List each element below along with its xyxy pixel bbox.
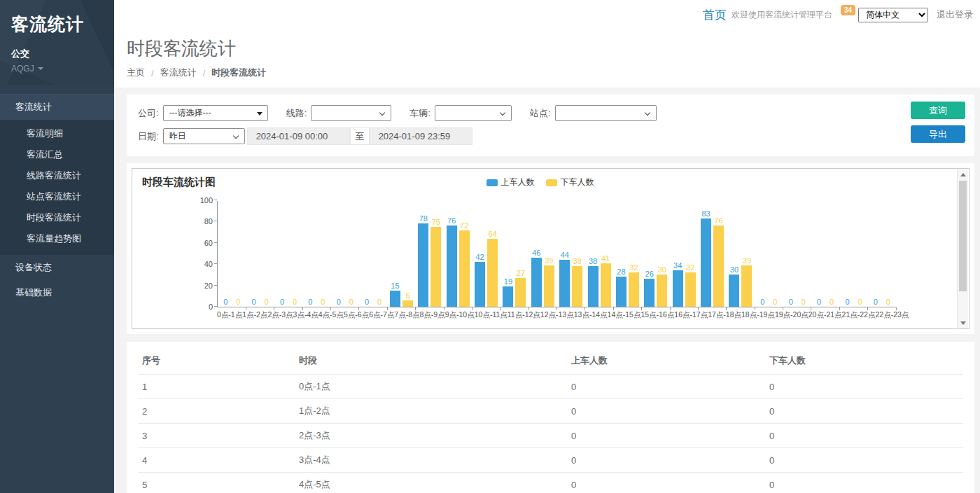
notification-badge[interactable]: 34 xyxy=(841,5,855,15)
page-heading: 时段客流统计 主页/客流统计/时段客流统计 xyxy=(114,29,980,88)
y-axis-label: 80 xyxy=(189,217,213,225)
bar-value-label: 38 xyxy=(573,257,582,265)
bar xyxy=(616,277,626,307)
table-column-header: 时段 xyxy=(295,347,567,375)
table-cell: 1点-2点 xyxy=(295,399,567,424)
table-cell: 0 xyxy=(567,473,765,493)
date-preset-select[interactable]: 昨日 xyxy=(163,128,245,144)
bar-value-label: 32 xyxy=(686,263,694,272)
bar-column: 0 xyxy=(842,201,853,307)
x-axis-label: 7点-8点 xyxy=(394,310,419,320)
bar-value-label: 39 xyxy=(743,256,751,265)
y-axis-tick xyxy=(214,242,217,243)
chart-scrollbar[interactable] xyxy=(957,169,968,328)
bar-group: 00 xyxy=(274,201,302,307)
station-select[interactable] xyxy=(555,105,657,121)
breadcrumb-item-1[interactable]: 客流统计 xyxy=(160,67,197,79)
x-axis-label: 15点-16点 xyxy=(640,310,674,320)
x-axis-label: 4点-5点 xyxy=(318,310,344,320)
breadcrumb-item-0[interactable]: 主页 xyxy=(127,67,145,79)
bar xyxy=(685,272,696,307)
x-axis-label: 10点-11点 xyxy=(475,310,507,320)
sidebar-item-0-0[interactable]: 客流明细 xyxy=(0,123,114,144)
org-code-dropdown[interactable]: AQGJ xyxy=(11,64,103,74)
bar xyxy=(515,278,526,307)
table-row: 10点-1点00 xyxy=(138,375,963,399)
table-cell: 2 xyxy=(138,399,295,424)
sidebar-item-0-1[interactable]: 客流汇总 xyxy=(0,144,114,165)
bar-group: 8376 xyxy=(698,201,726,307)
scroll-up-icon[interactable] xyxy=(958,169,968,179)
bar-column: 42 xyxy=(475,201,485,307)
bar-column: 0 xyxy=(346,201,356,307)
sidebar-section-0[interactable]: 客流统计 xyxy=(0,94,114,120)
bar-value-label: 0 xyxy=(845,298,849,306)
bar xyxy=(701,218,711,307)
logout-link[interactable]: 退出登录 xyxy=(937,8,973,21)
sidebar-section-1[interactable]: 设备状态 xyxy=(0,255,114,280)
line-select[interactable] xyxy=(311,105,391,121)
y-axis-tick xyxy=(214,306,217,307)
bar-column: 39 xyxy=(741,201,752,307)
company-select-value: ---请选择--- xyxy=(169,107,211,119)
sidebar-item-0-3[interactable]: 站点客流统计 xyxy=(0,186,114,207)
bar-value-label: 38 xyxy=(589,257,597,265)
scroll-down-icon[interactable] xyxy=(958,318,968,328)
chart-legend: 上车人数下车人数 xyxy=(132,176,948,188)
bar-group: 00 xyxy=(246,201,274,307)
table-cell: 3 xyxy=(138,424,295,448)
date-to-input[interactable]: 2024-01-09 23:59 xyxy=(370,127,472,145)
filter-row-1: 公司: ---请选择--- 线路: 车辆: 站点: xyxy=(138,105,963,121)
vehicle-select[interactable] xyxy=(435,105,512,121)
bar-column: 0 xyxy=(770,201,780,307)
bar-group: 7672 xyxy=(444,201,472,307)
x-axis-label: 14点-15点 xyxy=(608,310,641,320)
bar-group: 00 xyxy=(868,201,896,307)
bar-group: 3039 xyxy=(727,201,755,307)
sidebar-submenu-0: 客流明细客流汇总线路客流统计站点客流统计时段客流统计客流量趋势图 xyxy=(0,120,114,255)
bar-column: 0 xyxy=(798,201,808,307)
sidebar-item-0-5[interactable]: 客流量趋势图 xyxy=(0,228,114,249)
y-axis-label: 100 xyxy=(189,196,213,204)
x-axis-label: 17点-18点 xyxy=(708,310,741,320)
chevron-down-icon xyxy=(379,110,385,116)
date-from-input[interactable]: 2024-01-09 00:00 xyxy=(247,127,350,145)
scrollbar-thumb[interactable] xyxy=(959,181,967,291)
home-link[interactable]: 首页 xyxy=(703,7,727,23)
bar-column: 15 xyxy=(390,201,400,307)
bar-value-label: 0 xyxy=(789,298,793,306)
bar-value-label: 32 xyxy=(629,263,638,272)
bar-group: 156 xyxy=(387,201,415,307)
bar-value-label: 0 xyxy=(817,298,821,306)
bar-value-label: 0 xyxy=(349,298,354,306)
legend-item-0[interactable]: 上车人数 xyxy=(486,176,535,188)
bar xyxy=(588,266,598,307)
x-axis-label: 22点-23点 xyxy=(875,310,909,320)
y-axis-label: 60 xyxy=(189,239,213,247)
export-button[interactable]: 导出 xyxy=(911,125,965,143)
bar-column: 0 xyxy=(785,201,796,307)
sidebar-section-2[interactable]: 基础数据 xyxy=(0,280,114,305)
bar-column: 76 xyxy=(713,201,724,307)
x-axis-label: 5点-6点 xyxy=(344,310,369,320)
chart-area: 0204060801000000000000001567875767242641… xyxy=(142,201,945,307)
company-select[interactable]: ---请选择--- xyxy=(163,105,268,121)
bar xyxy=(644,279,654,307)
table-cell: 0 xyxy=(567,399,765,424)
table-row: 32点-3点00 xyxy=(138,424,963,448)
query-button[interactable]: 查询 xyxy=(911,102,965,119)
bar xyxy=(713,225,724,307)
bar-column: 78 xyxy=(418,201,428,307)
bar-column: 0 xyxy=(855,201,865,307)
table-body: 10点-1点0021点-2点0032点-3点0043点-4点0054点-5点00… xyxy=(138,375,963,493)
bar-group: 7875 xyxy=(416,201,444,307)
language-select[interactable]: 简体中文 xyxy=(858,8,928,22)
bar-group: 00 xyxy=(839,201,867,307)
bar-group: 3841 xyxy=(585,201,613,307)
table-cell: 3点-4点 xyxy=(295,448,567,473)
sidebar-item-0-2[interactable]: 线路客流统计 xyxy=(0,165,114,186)
sidebar-item-0-4[interactable]: 时段客流统计 xyxy=(0,207,114,228)
sidebar-header: 客流统计 公交 AQGJ xyxy=(0,0,114,85)
legend-item-1[interactable]: 下车人数 xyxy=(546,176,594,188)
bar-group: 4438 xyxy=(557,201,585,307)
